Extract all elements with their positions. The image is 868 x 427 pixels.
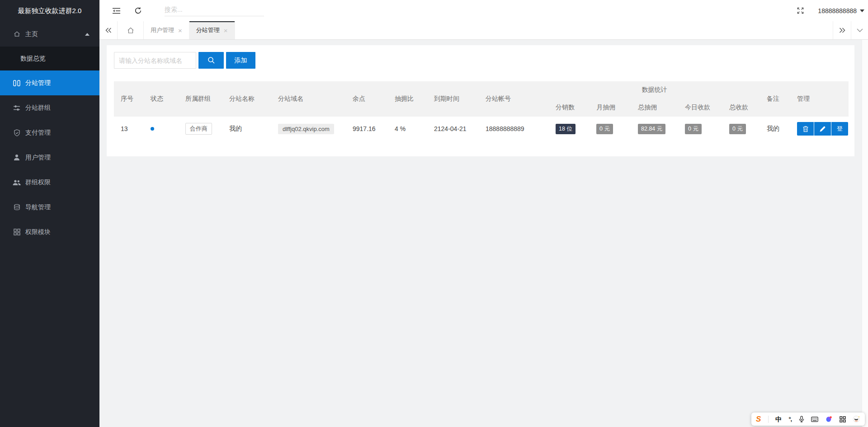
col-header: 状态 <box>144 81 179 117</box>
site-filter-input[interactable] <box>114 52 196 69</box>
col-header: 管理 <box>790 81 849 117</box>
shield-check-icon <box>12 129 22 136</box>
cell-actions: 登 <box>790 122 849 136</box>
cell-today-income: 0 元 <box>678 124 722 134</box>
cell-distributors: 18 位 <box>549 124 590 134</box>
col-header: 备注 <box>760 81 790 117</box>
sidebar-item-label: 用户管理 <box>25 154 51 162</box>
col-header: 分站帐号 <box>479 81 549 117</box>
sidebar-item-label: 主页 <box>25 30 38 38</box>
table-row: 13 合作商 我的 dlffjq02.qkvip.com 9917.16 4 %… <box>114 117 849 141</box>
close-icon[interactable]: × <box>224 27 228 34</box>
topbar-right: 18888888888 <box>797 7 868 14</box>
group-header-statistics: 数据统计 <box>549 81 760 99</box>
edit-button[interactable] <box>814 122 831 136</box>
scrollbar-track[interactable] <box>862 40 868 427</box>
microphone-icon[interactable] <box>799 416 804 422</box>
filter-toolbar: 添加 <box>107 45 854 69</box>
ime-toolbar: S 中 °, <box>751 413 865 426</box>
sogou-logo-icon[interactable]: S <box>756 415 761 423</box>
skin-blob-icon[interactable] <box>825 416 832 423</box>
add-button[interactable]: 添加 <box>226 52 255 69</box>
sidebar-item-data-overview[interactable]: 数据总览 <box>0 47 99 70</box>
col-header: 分站域名 <box>271 81 346 117</box>
month-commission-badge: 0 元 <box>596 124 613 134</box>
sidebar-item-label: 分站管理 <box>25 79 51 87</box>
distributors-badge: 18 位 <box>556 124 576 134</box>
home-icon <box>12 31 22 38</box>
collapse-sidebar-icon[interactable] <box>112 7 121 14</box>
columns-icon <box>12 80 22 86</box>
col-header: 分站名称 <box>222 81 271 117</box>
keyboard-icon[interactable] <box>811 417 818 422</box>
col-header: 月抽佣 <box>590 99 631 117</box>
fullscreen-icon[interactable] <box>797 7 804 14</box>
ime-language-mode[interactable]: 中 <box>775 416 782 422</box>
users-icon <box>12 179 22 186</box>
col-header: 今日收款 <box>678 99 722 117</box>
col-header: 到期时间 <box>427 81 479 117</box>
caret-down-icon <box>860 9 864 12</box>
topbar-search <box>165 5 264 16</box>
total-commission-badge: 82.84 元 <box>638 124 665 134</box>
tabs-menu-button[interactable] <box>851 21 868 39</box>
today-income-badge: 0 元 <box>685 124 702 134</box>
sidebar-item-label: 支付管理 <box>25 129 51 137</box>
sidebar-item-permission-modules[interactable]: 权限模块 <box>0 220 99 244</box>
content-panel: 添加 序号 状态 所属群组 分站名称 分站域名 余点 抽拥比 到期时间 分站帐号… <box>107 45 854 156</box>
sidebar: 最新独立收款进群2.0 主页 数据总览 分站管理 分站群组 <box>0 0 99 427</box>
tab-home[interactable] <box>118 21 144 39</box>
sidebar-item-group-permissions[interactable]: 群组权限 <box>0 170 99 195</box>
username: 18888888888 <box>818 7 857 14</box>
col-header: 分销数 <box>549 99 590 117</box>
cell-status <box>144 127 179 131</box>
ime-divider <box>768 416 769 423</box>
sidebar-item-users[interactable]: 用户管理 <box>0 145 99 170</box>
caret-up-icon <box>85 33 90 36</box>
search-icon <box>208 56 215 64</box>
search-button[interactable] <box>198 52 224 69</box>
cell-balance: 9917.16 <box>346 125 388 132</box>
sidebar-item-home[interactable]: 主页 <box>0 22 99 47</box>
tabbar: 用户管理 × 分站管理 × <box>99 21 868 40</box>
domain-tag[interactable]: dlffjq02.qkvip.com <box>278 124 334 134</box>
tab-label: 分站管理 <box>196 26 220 34</box>
sidebar-item-site-groups[interactable]: 分站群组 <box>0 95 99 120</box>
modules-icon <box>12 229 22 235</box>
cell-site-name: 我的 <box>222 125 271 133</box>
app-title: 最新独立收款进群2.0 <box>0 0 99 22</box>
col-header: 总收款 <box>722 99 760 117</box>
cell-commission-rate: 4 % <box>388 125 427 132</box>
tab-label: 用户管理 <box>151 26 174 34</box>
cell-remark: 我的 <box>760 125 790 133</box>
sidebar-item-label: 分站群组 <box>25 104 51 112</box>
cell-total-commission: 82.84 元 <box>631 124 678 134</box>
col-header: 所属群组 <box>179 81 222 117</box>
sidebar-item-site-management[interactable]: 分站管理 <box>0 70 99 95</box>
sidebar-item-payment[interactable]: 支付管理 <box>0 120 99 145</box>
emoji-face-icon[interactable] <box>853 415 860 423</box>
ime-punctuation-icon[interactable]: °, <box>788 416 792 422</box>
table-header: 序号 状态 所属群组 分站名称 分站域名 余点 抽拥比 到期时间 分站帐号 数据… <box>114 81 849 117</box>
topbar-search-input[interactable] <box>165 6 264 13</box>
topbar: 18888888888 <box>99 0 868 21</box>
layers-icon <box>12 204 22 211</box>
pencil-icon <box>820 126 826 132</box>
tab-site-management[interactable]: 分站管理 × <box>189 21 235 39</box>
sidebar-menu: 主页 数据总览 分站管理 分站群组 支付管理 <box>0 22 99 244</box>
sidebar-item-navigation[interactable]: 导航管理 <box>0 195 99 220</box>
delete-button[interactable] <box>797 122 814 136</box>
cell-domain: dlffjq02.qkvip.com <box>271 124 346 134</box>
apps-grid-icon[interactable] <box>840 416 846 422</box>
sidebar-item-label: 群组权限 <box>25 178 51 187</box>
tab-user-management[interactable]: 用户管理 × <box>144 21 189 39</box>
tabs-scroll-left-button[interactable] <box>99 21 118 39</box>
status-dot <box>151 127 154 131</box>
user-menu[interactable]: 18888888888 <box>818 7 864 14</box>
tabs-scroll-right-button[interactable] <box>833 21 851 39</box>
close-icon[interactable]: × <box>178 27 182 34</box>
login-button[interactable]: 登 <box>831 122 848 136</box>
sidebar-item-label: 导航管理 <box>25 203 51 211</box>
refresh-icon[interactable] <box>134 7 142 14</box>
total-income-badge: 0 元 <box>729 124 746 134</box>
